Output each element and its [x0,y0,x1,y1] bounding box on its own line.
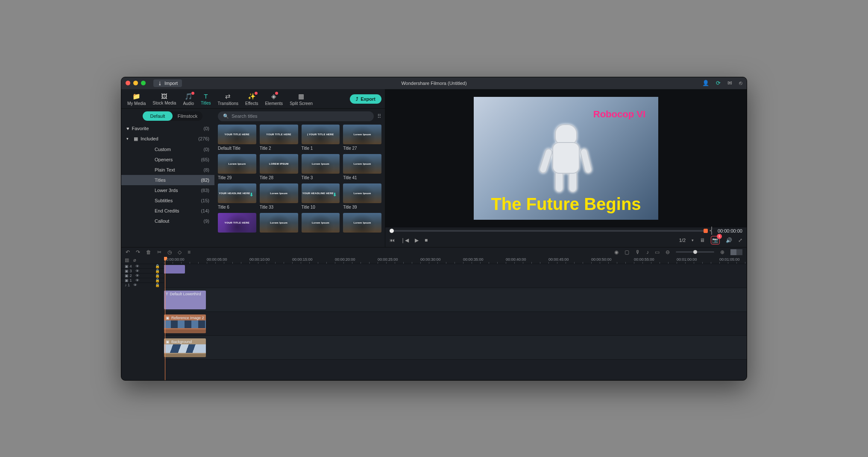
category-favorite[interactable]: ♥Favorite(0) [121,123,214,134]
preview-scale[interactable]: 1/2 [679,238,686,243]
stop-icon[interactable]: ■ [425,237,428,243]
tab-my-media[interactable]: 📁My Media [125,92,148,107]
category-openers[interactable]: Openers(65) [121,154,214,165]
clip-background[interactable]: ▣Background [164,338,206,357]
timeline-lane[interactable]: ▣Background [164,335,747,359]
mixer-icon[interactable]: ♪ [646,249,649,255]
track-lock-icon[interactable]: 🔒 [155,274,160,278]
display-icon[interactable]: 🖥 [700,237,705,243]
category-subtitles[interactable]: Subtitles(15) [121,195,214,206]
clip-reference-image[interactable]: ▣Reference Image 2 [164,314,206,333]
crop-icon[interactable]: ◇ [178,249,182,255]
title-tile[interactable]: Lorem IpsumTitle 39 [343,183,381,210]
title-tile[interactable]: Lorem Ipsum [302,213,340,234]
timeline-lane[interactable] [164,359,747,379]
tab-audio[interactable]: 🎵Audio [180,92,196,107]
title-tile[interactable]: Lorem IpsumTitle 41 [343,154,381,180]
category-included[interactable]: ▾▦Included(276) [121,134,214,144]
speed-icon[interactable]: ◷ [167,249,172,255]
undo-icon[interactable]: ↶ [126,249,130,255]
track-visibility-icon[interactable]: 👁 [135,264,139,268]
playhead[interactable] [165,257,165,380]
snapshot-button[interactable]: 📷1 [711,236,720,245]
title-tile[interactable]: Lorem Ipsum [343,213,381,234]
zoom-in-icon[interactable]: ⊕ [720,249,724,255]
fullscreen-icon[interactable]: ⤢ [738,237,742,243]
zoom-icon[interactable] [141,81,146,85]
tab-filmstock[interactable]: Filmstock [173,111,202,121]
clip-title[interactable] [164,265,185,274]
scrubber-out-mark[interactable] [704,229,708,233]
track-manage-icon[interactable]: ▥ [125,257,129,263]
search-input[interactable]: 🔍 Search titles [218,111,374,121]
category-custom[interactable]: Custom(0) [121,144,214,154]
prev-frame-icon[interactable]: ⏮ [390,237,395,243]
title-tile[interactable]: YOUR HEADLINE HERE⬇Title 10 [302,183,340,210]
time-ruler[interactable]: 00:00:00:0000:00:05:0000:00:10:0000:00:1… [164,257,747,264]
category-titles[interactable]: Titles(82) [121,175,214,185]
step-back-icon[interactable]: ❘◀ [401,237,409,243]
adjust-icon[interactable]: ≡ [188,249,191,255]
render-icon[interactable]: ◉ [614,249,619,255]
track-visibility-icon[interactable]: 👁 [135,274,139,278]
clip-lowerthird[interactable]: TDefault Lowerthird [164,291,206,309]
timeline-lane[interactable]: TDefault Lowerthird [164,288,747,311]
category-plain-text[interactable]: Plain Text(8) [121,165,214,175]
title-tile[interactable]: Lorem IpsumTitle 27 [343,125,381,151]
import-button[interactable]: ⭳ Import [153,79,182,87]
tab-default[interactable]: Default [143,111,173,121]
title-tile[interactable]: YOUR TITLE HEREDefault Title [218,125,256,151]
timeline-grid[interactable]: 00:00:00:0000:00:05:0000:00:10:0000:00:1… [164,257,747,380]
category-lower-3rds[interactable]: Lower 3rds(83) [121,185,214,195]
title-tile[interactable]: LOREM IPSUMTitle 28 [260,154,298,180]
timeline-lane[interactable] [164,264,747,288]
scrubber-knob[interactable] [390,229,394,233]
timeline-lane[interactable]: ▣Reference Image 2 [164,311,747,335]
zoom-out-icon[interactable]: ⊖ [666,249,670,255]
title-tile[interactable]: | YOUR TITLE HERETitle 1 [302,125,340,151]
title-tile[interactable]: Lorem IpsumTitle 29 [218,154,256,180]
track-visibility-icon[interactable]: 👁 [135,278,139,282]
account-icon[interactable]: 👤 [702,80,709,86]
title-tile[interactable]: Lorem Ipsum [260,213,298,234]
track-lock-icon[interactable]: 🔒 [155,278,160,282]
close-icon[interactable] [126,81,130,85]
marker-icon[interactable]: ▢ [625,249,629,255]
settings-icon[interactable]: ⎋ [739,80,742,86]
aspect-icon[interactable]: ▭ [655,249,660,255]
export-button[interactable]: ⤴ Export [350,94,381,104]
title-tile[interactable]: Lorem IpsumTitle 33 [260,183,298,210]
title-tile[interactable]: YOUR TITLE HERETitle 2 [260,125,298,151]
category-callout[interactable]: Callout(9) [121,216,214,226]
preview-viewport[interactable]: Robocop VI The Future Begins [385,89,747,227]
track-visibility-icon[interactable]: 👁 [135,269,139,273]
zoom-slider[interactable] [676,251,714,253]
track-lock-icon[interactable]: 🔒 [155,264,160,268]
tab-transitions[interactable]: ⇄Transitions [215,92,241,107]
tab-effects[interactable]: ✨Effects [243,92,261,107]
cut-icon[interactable]: ✂ [157,249,161,255]
delete-icon[interactable]: 🗑 [146,249,151,255]
track-visibility-icon[interactable]: 👁 [133,283,137,287]
minimize-icon[interactable] [133,81,138,85]
track-lock-icon[interactable]: 🔒 [155,269,160,273]
support-icon[interactable]: ⟳ [716,80,721,86]
tab-elements[interactable]: ◈Elements [262,92,285,107]
play-icon[interactable]: ▶ [415,237,419,243]
tab-stock-media[interactable]: 🖼Stock Media [150,92,179,106]
track-lock-icon[interactable]: 🔒 [155,283,160,287]
grid-view-icon[interactable]: ⠿ [377,113,381,119]
title-tile[interactable]: Lorem IpsumTitle 3 [302,154,340,180]
category-end-credits[interactable]: End Credits(14) [121,206,214,216]
messages-icon[interactable]: ✉ [727,80,732,86]
tab-split-screen[interactable]: ▦Split Screen [287,92,315,107]
title-tile[interactable]: YOUR TITLE HERE [218,213,256,234]
scrubber-track[interactable] [390,230,706,232]
volume-icon[interactable]: 🔊 [726,237,732,243]
voiceover-icon[interactable]: 🎙 [635,249,640,255]
tab-titles[interactable]: TTitles [198,92,214,106]
chevron-down-icon[interactable]: ▾ [692,238,694,242]
link-icon[interactable]: ⌀ [133,257,136,263]
title-tile[interactable]: YOUR HEADLINE HERE⬇Title 6 [218,183,256,210]
view-mode-toggle[interactable] [730,249,742,255]
